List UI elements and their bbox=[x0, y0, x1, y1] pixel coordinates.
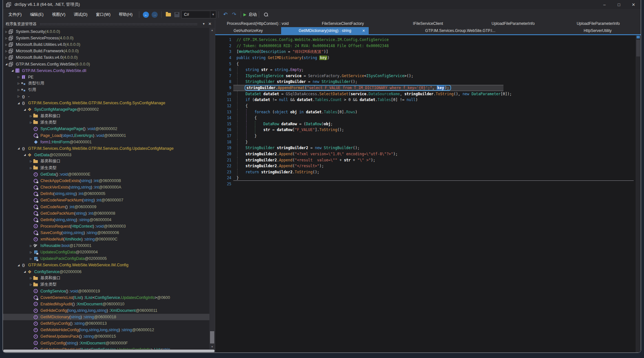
expand-icon[interactable]: ▷ bbox=[16, 95, 21, 98]
expand-icon[interactable]: ▷ bbox=[29, 277, 33, 280]
tree-row[interactable]: GetUpdatesCheckList(IList<ConfigService.… bbox=[3, 346, 215, 349]
search-button[interactable] bbox=[261, 10, 270, 19]
tree-row[interactable]: GetCodeNum() : int @06000009 bbox=[3, 204, 215, 210]
tab[interactable]: ProcessRequest(HttpContext) : void bbox=[215, 20, 300, 27]
expand-icon[interactable]: ▷ bbox=[29, 121, 33, 124]
close-button[interactable]: ✕ bbox=[626, 0, 641, 9]
tree-row[interactable]: ◢GTP.IM.Services.Config.WebSite.WebServi… bbox=[3, 262, 215, 268]
scrollbar-thumb[interactable] bbox=[636, 40, 640, 56]
tree-row[interactable]: CovertGenericList(IList) : IList<ConfigS… bbox=[3, 294, 215, 301]
tree-row[interactable]: ▷派生类型 bbox=[3, 119, 215, 126]
tree-row[interactable]: ▷Microsoft.Build.Framework (4.0.0.0) bbox=[3, 48, 215, 54]
tree-row[interactable]: GetInfo(string, string) : string @060000… bbox=[3, 217, 215, 223]
panel-close-button[interactable]: ✕ bbox=[207, 21, 213, 27]
tree-row[interactable]: form1 : HtmlForm @04000001 bbox=[3, 139, 215, 145]
expand-icon[interactable]: ▷ bbox=[29, 115, 33, 118]
expand-icon[interactable]: ▷ bbox=[16, 88, 21, 91]
expand-icon[interactable]: ▷ bbox=[29, 251, 33, 254]
expand-icon[interactable]: ▷ bbox=[29, 160, 33, 163]
tab[interactable]: GTP.IM.Services.Group.WebSite.GTP.I... bbox=[369, 27, 552, 34]
tree-row[interactable]: ▷引用 bbox=[3, 87, 215, 93]
tree-row[interactable]: ◢SysConfigManagePage @02000002 bbox=[3, 106, 215, 113]
tree-row[interactable]: ConfigService() : void @06000019 bbox=[3, 288, 215, 294]
tab-active[interactable]: GetIMDictionary(string) : string✕ bbox=[281, 27, 369, 34]
tree-row[interactable]: ◢GTP.IM.Services.Config.WebSite.dll bbox=[3, 67, 215, 74]
expand-icon[interactable]: ▷ bbox=[29, 167, 33, 169]
tree-row[interactable]: SysConfigManagePage() : void @06000002 bbox=[3, 126, 215, 132]
tree-vertical-scrollbar[interactable]: ▲ ▼ bbox=[209, 28, 215, 349]
menu-item[interactable]: 视图(V) bbox=[48, 9, 70, 20]
menu-item[interactable]: 窗口(W) bbox=[92, 9, 115, 20]
scrollbar-thumb[interactable] bbox=[3, 350, 215, 352]
collapse-icon[interactable]: ◢ bbox=[16, 102, 21, 105]
tree-row[interactable]: ▷System.ServiceProcess (4.0.0.0) bbox=[3, 35, 215, 41]
save-all-button[interactable] bbox=[173, 10, 181, 19]
collapse-icon[interactable]: ◢ bbox=[4, 63, 8, 66]
navigate-back-button[interactable]: ← bbox=[142, 10, 150, 19]
minimize-button[interactable]: – bbox=[597, 0, 612, 9]
tab-close-icon[interactable]: ✕ bbox=[362, 29, 365, 33]
tree-row[interactable]: GetCodeNewPackNum(string) : int @0600000… bbox=[3, 197, 215, 203]
tab[interactable]: GetAuthorizeKey bbox=[215, 27, 281, 34]
tree-row[interactable]: ◢GTP.IM.Services.Config.WebSite.GTP.IM.S… bbox=[3, 145, 215, 152]
tree-row[interactable]: ◢GTP.IM.Services.Config.WebSite (6.0.0.0… bbox=[3, 61, 215, 67]
tab[interactable]: UploadFileParameterInfo bbox=[556, 20, 641, 27]
tab[interactable]: FileServiceClientFactory bbox=[300, 20, 385, 27]
tree-row[interactable]: ▷Microsoft.Build.Tasks.v4.0 (4.0.0.0) bbox=[3, 54, 215, 61]
tree-row[interactable]: GetIMSysConfig() : string @06000013 bbox=[3, 320, 215, 327]
expand-icon[interactable]: ▷ bbox=[4, 30, 8, 33]
tree-row[interactable]: GetHideConfig(long, string, long, string… bbox=[3, 307, 215, 314]
tree-row[interactable]: ▷基类和接口 bbox=[3, 275, 215, 281]
expand-icon[interactable]: ▷ bbox=[4, 50, 8, 53]
tree-row[interactable]: ▷- bbox=[3, 93, 215, 100]
tree-row[interactable]: ▷派生类型 bbox=[3, 281, 215, 288]
tree-row[interactable]: ▷UpdatesConfigData @02000004 bbox=[3, 249, 215, 255]
tree-row[interactable]: ◢GetData @02000003 bbox=[3, 152, 215, 158]
tree-row[interactable]: GetMobileHideConfig(long, string, long, … bbox=[3, 327, 215, 333]
tree-row[interactable]: ▷PE bbox=[3, 74, 215, 80]
tree-row[interactable]: ProcessRequest(HttpContext) : void @0600… bbox=[3, 223, 215, 230]
redo-button[interactable]: ↷ bbox=[230, 10, 238, 19]
start-debug-button[interactable]: ▶ 启动 bbox=[243, 10, 257, 19]
collapse-icon[interactable]: ◢ bbox=[16, 264, 21, 267]
code-vertical-scrollbar[interactable] bbox=[636, 35, 641, 353]
tab[interactable]: UploadFileParameterInfo bbox=[470, 20, 555, 27]
maximize-button[interactable]: □ bbox=[612, 0, 626, 9]
scrollbar-thumb[interactable] bbox=[210, 331, 214, 343]
tree-row[interactable]: ▷System.Security (4.0.0.0) bbox=[3, 28, 215, 35]
menu-item[interactable]: 编辑(E) bbox=[26, 9, 48, 20]
tree-row[interactable]: ▷类型引用 bbox=[3, 80, 215, 87]
expand-icon[interactable]: ▷ bbox=[29, 244, 33, 247]
collapse-icon[interactable]: ◢ bbox=[10, 69, 15, 72]
language-select[interactable]: C# ▼ bbox=[181, 11, 216, 18]
menu-item[interactable]: 帮助(H) bbox=[115, 9, 137, 20]
tree-row[interactable]: ▷基类和接口 bbox=[3, 158, 215, 165]
open-file-button[interactable] bbox=[164, 10, 173, 19]
tree-horizontal-scrollbar[interactable] bbox=[3, 349, 215, 353]
expand-icon[interactable]: ▷ bbox=[4, 56, 8, 59]
tree-row[interactable]: ▷基类和接口 bbox=[3, 113, 215, 119]
navigate-forward-button[interactable]: → bbox=[150, 10, 159, 19]
expand-icon[interactable]: ▷ bbox=[29, 257, 33, 260]
panel-menu-button[interactable]: ▼ bbox=[201, 21, 207, 27]
tree-row[interactable]: GetSysConfig(string) : XmlDocument @0600… bbox=[3, 340, 215, 346]
tab[interactable]: HttpServerUtility bbox=[552, 27, 641, 34]
tree-row[interactable]: EnabledMsgAudit() : XmlDocument @0600001… bbox=[3, 301, 215, 307]
expand-icon[interactable]: ▷ bbox=[29, 283, 33, 286]
tree-row[interactable]: ▷派生类型 bbox=[3, 165, 215, 171]
tree-row[interactable]: ◢ConfigService @02000006 bbox=[3, 268, 215, 275]
collapse-icon[interactable]: ◢ bbox=[23, 108, 27, 111]
tree-row[interactable]: GetNewUpdatesPack() : string @06000015 bbox=[3, 333, 215, 340]
decompiled-code[interactable]: 1// GTP.IM.Services.Config.WebSite.WebSe… bbox=[215, 35, 636, 353]
expand-icon[interactable]: ▷ bbox=[16, 82, 21, 85]
menu-item[interactable]: 调试(D) bbox=[69, 9, 91, 20]
tree-row[interactable]: CheckAppCodeExists(string) : int @060000… bbox=[3, 178, 215, 184]
tab[interactable]: IFileServiceClient bbox=[385, 20, 470, 27]
scroll-up-icon[interactable]: ▲ bbox=[209, 28, 215, 33]
chevron-down-icon[interactable]: ▼ bbox=[210, 11, 216, 18]
tree-row[interactable]: ▷Microsoft.Build.Utilities.v4.0 (4.0.0.0… bbox=[3, 41, 215, 48]
assembly-tree[interactable]: ▷System.Security (4.0.0.0)▷System.Servic… bbox=[3, 28, 215, 349]
tree-row[interactable]: CheckVerExists(string, string) : int @06… bbox=[3, 184, 215, 190]
tree-row[interactable]: ▷UpdatesPackConfigData @02000005 bbox=[3, 255, 215, 262]
tree-row[interactable]: DelInfo(string, string) : int @06000005 bbox=[3, 190, 215, 197]
